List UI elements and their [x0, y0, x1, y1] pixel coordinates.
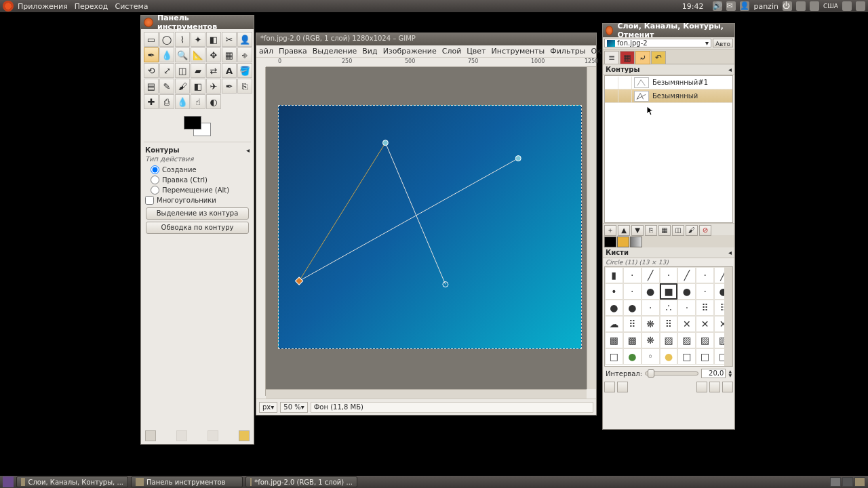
check-polygonal[interactable]: Многоугольники [145, 195, 250, 205]
brush[interactable]: ∴ [660, 300, 678, 316]
brush[interactable]: ⠿ [660, 316, 678, 332]
close-icon[interactable] [144, 18, 153, 27]
path-name[interactable]: Безымянный#1 [651, 79, 708, 86]
fg-color-swatch[interactable] [184, 116, 201, 129]
menu-filters[interactable]: Фильтры [550, 47, 585, 56]
link-toggle[interactable] [618, 77, 632, 89]
tool-flip[interactable]: ⇄ [206, 63, 221, 78]
tool-pencil[interactable]: ✎ [159, 79, 174, 94]
tool-ink[interactable]: ✒ [222, 79, 237, 94]
tray-icon[interactable] [842, 1, 852, 11]
spacing-value[interactable]: 20,0 [701, 369, 726, 378]
spacing-slider[interactable] [645, 371, 698, 375]
menu-select[interactable]: Выделение [313, 47, 357, 56]
visibility-toggle[interactable] [605, 90, 618, 102]
tool-options-menu-icon[interactable]: ◂ [246, 146, 250, 154]
tab-color2[interactable] [617, 237, 629, 247]
tab-color3[interactable] [630, 237, 642, 247]
brush[interactable]: ❋ [642, 316, 660, 332]
brush[interactable]: ▨ [677, 332, 696, 348]
tray-icon[interactable] [856, 1, 865, 11]
menu-layer[interactable]: Слой [442, 47, 462, 56]
foot-icon[interactable] [145, 430, 156, 441]
brush[interactable]: • [605, 283, 623, 300]
brush[interactable]: · [677, 300, 696, 316]
path-lower-button[interactable]: ▼ [631, 225, 644, 236]
brush-new-button[interactable] [617, 382, 628, 392]
auto-button[interactable]: Авто [713, 39, 733, 47]
tool-perspective[interactable]: ▰ [191, 63, 205, 78]
path-delete-button[interactable]: ⊘ [699, 225, 711, 236]
close-icon[interactable] [606, 26, 613, 35]
btn-selection-from-path[interactable]: Выделение из контура [146, 207, 249, 220]
brush[interactable]: □ [605, 348, 623, 365]
volume-icon[interactable]: 🔊 [713, 1, 722, 11]
menu-view[interactable]: Вид [362, 47, 377, 56]
menu-applications[interactable]: Приложения [18, 2, 68, 11]
brush[interactable]: ✕ [677, 316, 696, 332]
workspace-switcher[interactable] [842, 477, 853, 487]
brush-refresh-button[interactable] [722, 382, 733, 392]
brush[interactable]: ● [623, 300, 642, 316]
menu-places[interactable]: Переход [75, 2, 108, 11]
brush-dup-button[interactable] [696, 382, 707, 392]
tool-color-picker[interactable]: 💧 [159, 47, 174, 62]
tab-undo[interactable]: ↶ [651, 51, 666, 64]
keyboard-layout[interactable]: США [823, 3, 838, 9]
tool-measure[interactable]: 📐 [191, 47, 205, 62]
path-row[interactable]: Безымянный [605, 89, 732, 103]
menu-image[interactable]: Изображение [383, 47, 437, 56]
tool-airbrush[interactable]: ✈ [206, 79, 221, 94]
tool-paintbrush[interactable]: 🖌 [175, 79, 190, 94]
brush[interactable]: · [623, 283, 642, 300]
taskbar-item[interactable]: Панель инструментов [131, 476, 243, 487]
tool-smudge[interactable]: ☝ [191, 94, 205, 109]
tool-scissors[interactable]: ✂ [222, 32, 237, 47]
clock[interactable]: 19:42 [682, 2, 704, 11]
brush[interactable]: · [696, 283, 714, 300]
brush[interactable]: □ [677, 348, 696, 365]
brush[interactable]: □ [696, 348, 714, 365]
brush[interactable]: · [642, 300, 660, 316]
tool-by-color[interactable]: ◧ [206, 32, 221, 47]
toolbox-titlebar[interactable]: Панель инструментов [141, 16, 254, 29]
tool-crop[interactable]: ⎆ [237, 47, 252, 62]
brush[interactable]: ● [642, 283, 660, 300]
user-name[interactable]: panzin [753, 2, 778, 11]
brush[interactable]: ● [623, 348, 642, 365]
menu-tools[interactable]: Инструменты [492, 47, 545, 56]
brush[interactable]: ▮ [605, 267, 623, 283]
foot-icon[interactable] [176, 430, 187, 441]
panel-menu-icon[interactable]: ◂ [728, 66, 732, 73]
brush[interactable]: ● [660, 348, 678, 365]
tray-icon[interactable] [796, 1, 806, 11]
tool-align[interactable]: ▦ [222, 47, 237, 62]
brush-scrollbar[interactable] [724, 267, 732, 366]
tool-text[interactable]: A [222, 63, 237, 78]
tab-fgbg[interactable] [604, 237, 616, 247]
brush[interactable]: ☁ [605, 316, 623, 332]
ubuntu-logo-icon[interactable] [3, 1, 14, 12]
scrollbar-vertical[interactable] [587, 67, 596, 389]
brush[interactable]: ╱ [677, 267, 696, 283]
user-icon[interactable]: 👤 [740, 1, 749, 11]
spacing-down[interactable]: ▼ [728, 373, 732, 378]
brush[interactable]: ⠿ [623, 316, 642, 332]
tool-rect-select[interactable]: ▭ [144, 32, 159, 47]
radio-design[interactable]: Создание [145, 165, 250, 175]
tool-ellipse-select[interactable]: ◯ [159, 32, 174, 47]
brush[interactable]: ■ [660, 283, 678, 300]
menu-file[interactable]: айл [259, 47, 273, 56]
tool-dodge[interactable]: ◐ [206, 94, 221, 109]
tab-channels[interactable]: ▦ [620, 51, 635, 64]
brush[interactable]: · [623, 267, 642, 283]
path-row[interactable]: Безымянный#1 [605, 76, 732, 89]
taskbar-item[interactable]: Слои, Каналы, Контуры, ... [16, 476, 128, 487]
brush[interactable]: ❋ [642, 332, 660, 348]
workspace-switcher[interactable] [830, 477, 841, 487]
menu-system[interactable]: Система [115, 2, 148, 11]
menu-colors[interactable]: Цвет [467, 47, 486, 56]
tool-shear[interactable]: ◫ [175, 63, 190, 78]
tool-rotate[interactable]: ⟲ [144, 63, 159, 78]
tool-perspective-clone[interactable]: ⎙ [159, 94, 174, 109]
